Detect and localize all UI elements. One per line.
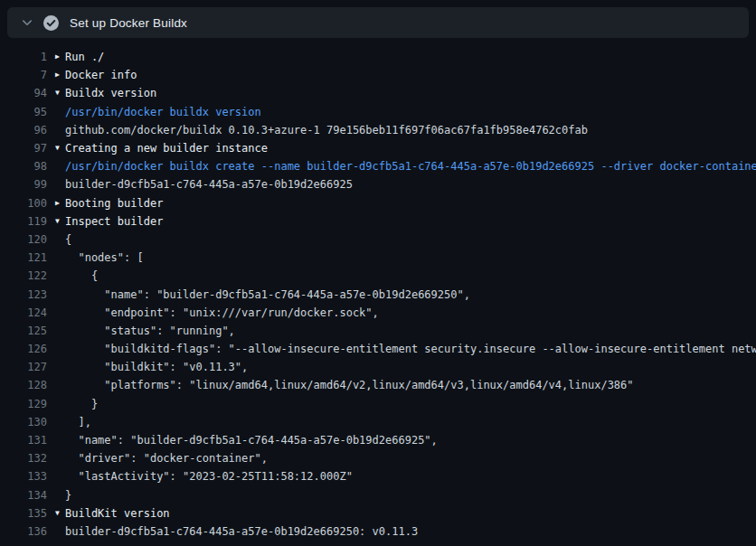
log-output-text: } [65,398,98,410]
line-number[interactable]: 125 [0,325,47,337]
chevron-down-icon[interactable] [20,15,34,30]
line-number[interactable]: 120 [0,233,47,246]
line-number[interactable]: 97 [0,142,47,155]
log-line: 96github.com/docker/buildx 0.10.3+azure-… [0,121,756,139]
log-line: 126 "buildkitd-flags": "--allow-insecure… [0,340,756,358]
triangle-down-icon[interactable]: ▼ [55,139,65,157]
line-number[interactable]: 122 [0,269,47,282]
log-group-line[interactable]: 1▶Run ./ [0,48,756,66]
group-title: Docker info [65,69,137,81]
log-line: 125 "status": "running", [0,322,756,340]
log-line: 131 "name": "builder-d9cfb5a1-c764-445a-… [0,431,756,449]
log-output-text: "endpoint": "unix:///var/run/docker.sock… [65,306,379,319]
log-line: 136builder-d9cfb5a1-c764-445a-a57e-0b19d… [0,522,756,541]
triangle-down-icon[interactable]: ▼ [55,212,65,231]
line-number[interactable]: 98 [0,160,47,173]
log-group-line[interactable]: 7▶Docker info [0,66,756,84]
log-output-text: ], [65,416,91,428]
line-number[interactable]: 94 [0,87,47,99]
log-output-text: { [65,269,98,282]
log-output-text: builder-d9cfb5a1-c764-445a-a57e-0b19d2e6… [65,178,353,191]
log-output-text: "buildkitd-flags": "--allow-insecure-ent… [65,343,756,355]
step-header[interactable]: Set up Docker Buildx [7,7,749,38]
step-title: Set up Docker Buildx [70,16,187,30]
line-number[interactable]: 7 [0,69,47,81]
log-line: 128 "platforms": "linux/amd64,linux/amd6… [0,376,756,394]
line-number[interactable]: 124 [0,306,47,319]
log-line: 132 "driver": "docker-container", [0,449,756,467]
triangle-down-icon[interactable]: ▼ [55,84,65,102]
log-group-line[interactable]: 97▼Creating a new builder instance [0,139,756,157]
group-title: Creating a new builder instance [65,142,268,155]
triangle-right-icon[interactable]: ▶ [55,194,65,212]
log-output-text: "nodes": [ [65,251,144,264]
group-title: Inspect builder [65,215,163,228]
log-line: 134} [0,486,756,504]
log-output-text: github.com/docker/buildx 0.10.3+azure-1 … [65,124,588,136]
log-command-text: /usr/bin/docker buildx create --name bui… [65,160,756,173]
log-line: 121 "nodes": [ [0,249,756,267]
line-number[interactable]: 126 [0,343,47,355]
line-number[interactable]: 128 [0,379,47,391]
log-output-text: "status": "running", [65,325,235,337]
line-number[interactable]: 99 [0,178,47,191]
log-line: 99builder-d9cfb5a1-c764-445a-a57e-0b19d2… [0,175,756,193]
log-output-text: "buildkit": "v0.11.3", [65,361,248,373]
line-number[interactable]: 100 [0,197,47,210]
line-number[interactable]: 135 [0,507,47,520]
log-output-text: "lastActivity": "2023-02-25T11:58:12.000… [65,470,353,483]
log-line: 123 "name": "builder-d9cfb5a1-c764-445a-… [0,285,756,303]
line-number[interactable]: 131 [0,434,47,447]
log-line: 129 } [0,395,756,413]
line-number[interactable]: 123 [0,288,47,301]
log-command-text: /usr/bin/docker buildx version [65,106,261,118]
log-output-text: { [65,233,71,246]
log-line: 130 ], [0,413,756,431]
line-number[interactable]: 132 [0,452,47,465]
group-title: Booting builder [65,197,163,210]
log-line: 95/usr/bin/docker buildx version [0,103,756,121]
log-output-text: "name": "builder-d9cfb5a1-c764-445a-a57e… [65,288,470,301]
log-lines: 1▶Run ./7▶Docker info94▼Buildx version95… [0,40,756,546]
line-number[interactable]: 134 [0,489,47,502]
log-group-line[interactable]: 119▼Inspect builder [0,212,756,231]
line-number[interactable]: 130 [0,416,47,428]
line-number[interactable]: 129 [0,398,47,410]
log-group-line[interactable]: 94▼Buildx version [0,84,756,102]
log-line: 98/usr/bin/docker buildx create --name b… [0,157,756,175]
log-line: 122 { [0,267,756,285]
line-number[interactable]: 136 [0,525,47,538]
group-title: Buildx version [65,87,156,99]
line-number[interactable]: 1 [0,51,47,63]
log-output-text: "driver": "docker-container", [65,452,268,465]
log-group-line[interactable]: 135▼BuildKit version [0,504,756,522]
log-output-text: builder-d9cfb5a1-c764-445a-a57e-0b19d2e6… [65,525,418,538]
group-title: Run ./ [65,51,104,63]
log-line: 127 "buildkit": "v0.11.3", [0,358,756,376]
triangle-right-icon[interactable]: ▶ [55,66,65,84]
group-title: BuildKit version [65,507,170,520]
log-line: 133 "lastActivity": "2023-02-25T11:58:12… [0,467,756,485]
triangle-down-icon[interactable]: ▼ [55,504,65,522]
log-output-text: } [65,489,71,502]
check-circle-icon [43,15,59,31]
log-line: 120{ [0,231,756,249]
line-number[interactable]: 119 [0,215,47,228]
triangle-right-icon[interactable]: ▶ [55,48,65,66]
line-number[interactable]: 133 [0,470,47,483]
line-number[interactable]: 127 [0,361,47,373]
log-output-text: "name": "builder-d9cfb5a1-c764-445a-a57e… [65,434,438,447]
log-output-text: "platforms": "linux/amd64,linux/amd64/v2… [65,379,634,391]
line-number[interactable]: 96 [0,124,47,136]
line-number[interactable]: 121 [0,251,47,264]
log-group-line[interactable]: 100▶Booting builder [0,194,756,212]
line-number[interactable]: 95 [0,106,47,118]
log-line: 124 "endpoint": "unix:///var/run/docker.… [0,304,756,322]
